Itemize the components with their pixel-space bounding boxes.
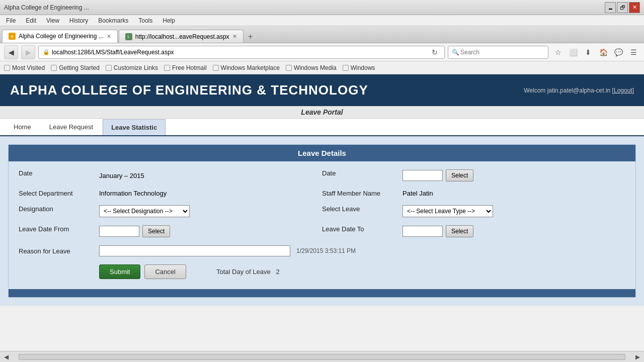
url-text: localhost:1286/LMS/Staff/LeaveRequest.as… <box>52 49 174 56</box>
refresh-button[interactable]: ↻ <box>429 47 440 58</box>
row-leave-dates: Leave Date From Select Leave Date To Sel… <box>19 225 625 237</box>
main-content: Leave Details Date January – 2015 Date <box>0 136 644 306</box>
form-header: Leave Details <box>9 145 635 161</box>
reason-content: 1/29/2015 3:53:11 PM <box>99 245 625 256</box>
tab-bar: A Alpha College of Engineering ... ✕ L h… <box>0 26 644 43</box>
leave-type-select[interactable]: <-- Select Leave Type --> <box>403 205 493 217</box>
designation-select[interactable]: <-- Select Designation --> <box>99 205 190 217</box>
bookmark-check-6 <box>343 65 349 71</box>
reason-label-container: Reason for Leave <box>19 247 99 255</box>
total-leave-text: Total Day of Leave 2 <box>216 268 280 276</box>
menu-tools[interactable]: Tools <box>134 16 156 25</box>
total-day-value: 2 <box>276 268 279 276</box>
cancel-button[interactable]: Cancel <box>144 264 186 279</box>
bookmark-most-visited[interactable]: Most Visited <box>4 64 45 71</box>
home-icon[interactable]: ⬜ <box>567 46 580 59</box>
section-right-staff: Staff Member Name Patel Jatin <box>322 190 625 197</box>
leave-from-select-button[interactable]: Select <box>142 225 170 237</box>
forward-button[interactable]: ▶ <box>21 45 35 59</box>
tab-close-1[interactable]: ✕ <box>232 33 237 40</box>
bookmark-label-1: Getting Started <box>59 64 100 71</box>
bookmark-check-3 <box>164 65 170 71</box>
url-box[interactable]: 🔒 localhost:1286/LMS/Staff/LeaveRequest.… <box>38 46 445 59</box>
chat-icon[interactable]: 💬 <box>612 46 625 59</box>
menu-icon[interactable]: ☰ <box>627 46 640 59</box>
new-tab-button[interactable]: + <box>245 31 257 43</box>
menu-bar: File Edit View History Bookmarks Tools H… <box>0 15 644 26</box>
dept-value: Information Technology <box>99 190 322 197</box>
bookmark-label-2: Customize Links <box>114 64 158 71</box>
nav-bar: Home Leave Request Leave Statistic <box>0 119 644 136</box>
row-department: Select Department Information Technology… <box>19 190 625 197</box>
back-button[interactable]: ◀ <box>4 45 18 59</box>
title-bar-left: Alpha College of Engineering ... <box>4 4 89 11</box>
bookmark-star-icon[interactable]: ☆ <box>551 46 565 59</box>
restore-button[interactable]: 🗗 <box>617 2 628 13</box>
horizontal-scrollbar[interactable] <box>19 354 625 360</box>
submit-button[interactable]: Submit <box>99 264 140 279</box>
nav-home[interactable]: Home <box>5 119 40 135</box>
total-day-label: Total Day of Leave <box>216 268 271 276</box>
site-title: ALPHA COLLEGE OF ENGINEERING & TECHNOLOG… <box>10 82 368 98</box>
download-icon[interactable]: ⬇ <box>582 46 595 59</box>
bookmark-hotmail[interactable]: Free Hotmail <box>164 64 207 71</box>
leave-to-select-button[interactable]: Select <box>446 225 473 237</box>
menu-help[interactable]: Help <box>158 16 179 25</box>
bookmark-check-0 <box>4 65 10 71</box>
close-button[interactable]: ✕ <box>629 2 640 13</box>
nav-leave-statistic[interactable]: Leave Statistic <box>103 119 166 135</box>
row-date: Date January – 2015 Date Select <box>19 169 625 182</box>
bookmark-windows[interactable]: Windows <box>343 64 375 71</box>
bookmark-marketplace[interactable]: Windows Marketplace <box>213 64 280 71</box>
menu-bookmarks[interactable]: Bookmarks <box>94 16 132 25</box>
home-nav-icon[interactable]: 🏠 <box>597 46 610 59</box>
bookmark-label-3: Free Hotmail <box>172 64 207 71</box>
scroll-left-arrow[interactable]: ◀ <box>4 353 9 360</box>
date-input[interactable] <box>403 170 443 181</box>
date-value: January – 2015 <box>99 172 144 179</box>
designation-label: Designation <box>19 205 99 217</box>
tab-label-0: Alpha College of Engineering ... <box>19 33 104 40</box>
date-left-label: Date <box>19 169 99 182</box>
bookmark-getting-started[interactable]: Getting Started <box>51 64 100 71</box>
tab-1[interactable]: L http://localhost...eaveRequest.aspx ✕ <box>119 30 244 43</box>
bookmark-customize-links[interactable]: Customize Links <box>106 64 158 71</box>
section-left-date: Date January – 2015 <box>19 169 322 182</box>
menu-view[interactable]: View <box>42 16 63 25</box>
buttons-label-spacer <box>19 264 99 279</box>
logout-link[interactable]: Logout <box>614 87 632 94</box>
bookmark-label-0: Most Visited <box>12 64 45 71</box>
leave-from-input[interactable] <box>99 226 139 237</box>
page-content: ALPHA COLLEGE OF ENGINEERING & TECHNOLOG… <box>0 74 644 306</box>
menu-file[interactable]: File <box>2 16 20 25</box>
form-footer <box>9 289 635 297</box>
scroll-right-arrow[interactable]: ▶ <box>635 353 640 360</box>
date-left-value: January – 2015 <box>99 169 322 182</box>
title-bar-controls: 🗕 🗗 ✕ <box>605 2 640 13</box>
dept-label: Select Department <box>19 190 99 197</box>
nav-leave-request[interactable]: Leave Request <box>41 119 102 135</box>
title-bar: Alpha College of Engineering ... 🗕 🗗 ✕ <box>0 0 644 15</box>
reason-input[interactable] <box>99 245 290 256</box>
menu-edit[interactable]: Edit <box>22 16 40 25</box>
bookmark-check-4 <box>213 65 219 71</box>
security-icon: 🔒 <box>43 49 50 55</box>
section-right-to: Leave Date To Select <box>322 225 625 237</box>
form-body: Date January – 2015 Date Select <box>9 161 635 289</box>
search-input[interactable] <box>448 46 548 59</box>
leave-to-input[interactable] <box>403 226 443 237</box>
minimize-button[interactable]: 🗕 <box>605 2 616 13</box>
portal-title: Leave Portal <box>0 106 644 119</box>
tab-label-1: http://localhost...eaveRequest.aspx <box>135 33 229 40</box>
bookmark-media[interactable]: Windows Media <box>286 64 337 71</box>
tab-0[interactable]: A Alpha College of Engineering ... ✕ <box>2 30 118 43</box>
tab-close-0[interactable]: ✕ <box>107 33 111 40</box>
section-left-from: Leave Date From Select <box>19 225 322 237</box>
date-select-button[interactable]: Select <box>446 169 473 182</box>
reason-label: Reason for Leave <box>19 247 70 255</box>
site-header: ALPHA COLLEGE OF ENGINEERING & TECHNOLOG… <box>0 74 644 106</box>
section-left-desig: Designation <-- Select Designation --> <box>19 205 322 217</box>
row-reason: Reason for Leave 1/29/2015 3:53:11 PM <box>19 245 625 256</box>
menu-history[interactable]: History <box>65 16 92 25</box>
date-right-label: Date <box>322 169 403 182</box>
